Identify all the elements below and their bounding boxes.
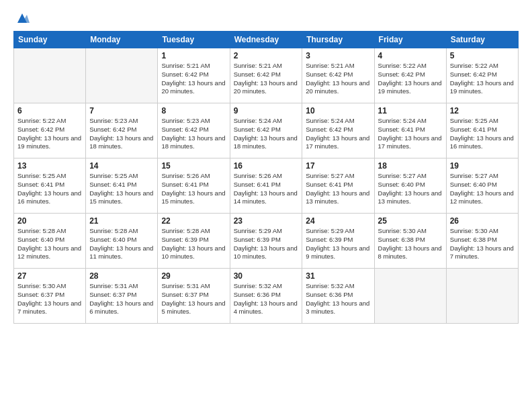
day-cell: 6Sunrise: 5:22 AM Sunset: 6:42 PM Daylig…	[14, 103, 86, 158]
day-cell: 11Sunrise: 5:24 AM Sunset: 6:41 PM Dayli…	[374, 103, 446, 158]
day-info: Sunrise: 5:28 AM Sunset: 6:39 PM Dayligh…	[161, 227, 226, 261]
week-row-5: 27Sunrise: 5:30 AM Sunset: 6:37 PM Dayli…	[14, 269, 519, 324]
day-info: Sunrise: 5:26 AM Sunset: 6:41 PM Dayligh…	[234, 172, 299, 206]
day-number: 20	[17, 216, 82, 226]
day-cell: 23Sunrise: 5:29 AM Sunset: 6:39 PM Dayli…	[230, 214, 302, 269]
week-row-1: 1Sunrise: 5:21 AM Sunset: 6:42 PM Daylig…	[14, 48, 519, 103]
day-number: 26	[450, 216, 515, 226]
day-number: 31	[306, 271, 370, 281]
day-cell: 9Sunrise: 5:24 AM Sunset: 6:42 PM Daylig…	[230, 103, 302, 158]
day-cell	[446, 269, 518, 324]
page: SundayMondayTuesdayWednesdayThursdayFrid…	[0, 0, 532, 411]
day-number: 8	[161, 106, 226, 116]
day-cell: 25Sunrise: 5:30 AM Sunset: 6:38 PM Dayli…	[374, 214, 446, 269]
day-number: 18	[378, 161, 443, 171]
day-cell	[86, 48, 158, 103]
day-info: Sunrise: 5:30 AM Sunset: 6:38 PM Dayligh…	[450, 227, 515, 261]
logo-icon	[15, 11, 30, 26]
day-number: 30	[234, 271, 299, 281]
day-number: 28	[89, 271, 154, 281]
calendar-table: SundayMondayTuesdayWednesdayThursdayFrid…	[13, 31, 519, 324]
day-info: Sunrise: 5:29 AM Sunset: 6:39 PM Dayligh…	[234, 227, 299, 261]
day-info: Sunrise: 5:25 AM Sunset: 6:41 PM Dayligh…	[89, 172, 154, 206]
day-info: Sunrise: 5:31 AM Sunset: 6:37 PM Dayligh…	[89, 282, 154, 316]
day-cell: 12Sunrise: 5:25 AM Sunset: 6:41 PM Dayli…	[446, 103, 518, 158]
week-row-4: 20Sunrise: 5:28 AM Sunset: 6:40 PM Dayli…	[14, 214, 519, 269]
day-number: 10	[306, 106, 370, 116]
day-info: Sunrise: 5:31 AM Sunset: 6:37 PM Dayligh…	[161, 282, 226, 316]
day-cell: 26Sunrise: 5:30 AM Sunset: 6:38 PM Dayli…	[446, 214, 518, 269]
day-cell: 24Sunrise: 5:29 AM Sunset: 6:39 PM Dayli…	[302, 214, 374, 269]
day-info: Sunrise: 5:23 AM Sunset: 6:42 PM Dayligh…	[161, 117, 226, 151]
day-cell: 10Sunrise: 5:24 AM Sunset: 6:42 PM Dayli…	[302, 103, 374, 158]
col-header-tuesday: Tuesday	[158, 32, 230, 48]
day-number: 14	[89, 161, 154, 171]
day-cell	[14, 48, 86, 103]
day-number: 17	[306, 161, 370, 171]
day-cell: 4Sunrise: 5:22 AM Sunset: 6:42 PM Daylig…	[374, 48, 446, 103]
day-cell: 22Sunrise: 5:28 AM Sunset: 6:39 PM Dayli…	[158, 214, 230, 269]
day-number: 6	[17, 106, 82, 116]
day-cell: 1Sunrise: 5:21 AM Sunset: 6:42 PM Daylig…	[158, 48, 230, 103]
day-cell: 2Sunrise: 5:21 AM Sunset: 6:42 PM Daylig…	[230, 48, 302, 103]
day-info: Sunrise: 5:28 AM Sunset: 6:40 PM Dayligh…	[89, 227, 154, 261]
day-number: 29	[161, 271, 226, 281]
day-cell: 7Sunrise: 5:23 AM Sunset: 6:42 PM Daylig…	[86, 103, 158, 158]
day-info: Sunrise: 5:21 AM Sunset: 6:42 PM Dayligh…	[306, 62, 370, 96]
day-info: Sunrise: 5:27 AM Sunset: 6:40 PM Dayligh…	[450, 172, 515, 206]
day-cell: 19Sunrise: 5:27 AM Sunset: 6:40 PM Dayli…	[446, 158, 518, 214]
day-cell: 17Sunrise: 5:27 AM Sunset: 6:41 PM Dayli…	[302, 158, 374, 214]
day-info: Sunrise: 5:27 AM Sunset: 6:41 PM Dayligh…	[306, 172, 370, 206]
day-number: 27	[17, 271, 82, 281]
col-header-saturday: Saturday	[446, 32, 518, 48]
day-number: 19	[450, 161, 515, 171]
day-number: 15	[161, 161, 226, 171]
day-info: Sunrise: 5:26 AM Sunset: 6:41 PM Dayligh…	[161, 172, 226, 206]
day-info: Sunrise: 5:30 AM Sunset: 6:38 PM Dayligh…	[378, 227, 443, 261]
day-info: Sunrise: 5:24 AM Sunset: 6:42 PM Dayligh…	[234, 117, 299, 151]
day-cell: 29Sunrise: 5:31 AM Sunset: 6:37 PM Dayli…	[158, 269, 230, 324]
week-row-3: 13Sunrise: 5:25 AM Sunset: 6:41 PM Dayli…	[14, 158, 519, 214]
day-number: 22	[161, 216, 226, 226]
col-header-friday: Friday	[374, 32, 446, 48]
day-number: 4	[378, 51, 443, 60]
day-info: Sunrise: 5:21 AM Sunset: 6:42 PM Dayligh…	[161, 62, 226, 96]
day-cell: 14Sunrise: 5:25 AM Sunset: 6:41 PM Dayli…	[86, 158, 158, 214]
day-number: 16	[234, 161, 299, 171]
day-info: Sunrise: 5:23 AM Sunset: 6:42 PM Dayligh…	[89, 117, 154, 151]
day-info: Sunrise: 5:30 AM Sunset: 6:37 PM Dayligh…	[17, 282, 82, 316]
day-info: Sunrise: 5:24 AM Sunset: 6:42 PM Dayligh…	[306, 117, 370, 151]
day-number: 21	[89, 216, 154, 226]
day-info: Sunrise: 5:28 AM Sunset: 6:40 PM Dayligh…	[17, 227, 82, 261]
day-cell: 28Sunrise: 5:31 AM Sunset: 6:37 PM Dayli…	[86, 269, 158, 324]
day-cell	[374, 269, 446, 324]
col-header-thursday: Thursday	[302, 32, 374, 48]
day-cell: 21Sunrise: 5:28 AM Sunset: 6:40 PM Dayli…	[86, 214, 158, 269]
day-cell: 13Sunrise: 5:25 AM Sunset: 6:41 PM Dayli…	[14, 158, 86, 214]
day-cell: 18Sunrise: 5:27 AM Sunset: 6:40 PM Dayli…	[374, 158, 446, 214]
day-info: Sunrise: 5:21 AM Sunset: 6:42 PM Dayligh…	[234, 62, 299, 96]
day-info: Sunrise: 5:25 AM Sunset: 6:41 PM Dayligh…	[450, 117, 515, 151]
day-number: 1	[161, 51, 226, 60]
header-row: SundayMondayTuesdayWednesdayThursdayFrid…	[14, 32, 519, 48]
day-info: Sunrise: 5:22 AM Sunset: 6:42 PM Dayligh…	[450, 62, 515, 96]
day-cell: 5Sunrise: 5:22 AM Sunset: 6:42 PM Daylig…	[446, 48, 518, 103]
day-cell: 31Sunrise: 5:32 AM Sunset: 6:36 PM Dayli…	[302, 269, 374, 324]
day-number: 24	[306, 216, 370, 226]
day-number: 25	[378, 216, 443, 226]
day-info: Sunrise: 5:32 AM Sunset: 6:36 PM Dayligh…	[234, 282, 299, 316]
day-cell: 30Sunrise: 5:32 AM Sunset: 6:36 PM Dayli…	[230, 269, 302, 324]
col-header-sunday: Sunday	[14, 32, 86, 48]
logo	[13, 12, 30, 24]
day-number: 5	[450, 51, 515, 60]
day-info: Sunrise: 5:25 AM Sunset: 6:41 PM Dayligh…	[17, 172, 82, 206]
day-number: 3	[306, 51, 370, 60]
day-number: 23	[234, 216, 299, 226]
day-cell: 3Sunrise: 5:21 AM Sunset: 6:42 PM Daylig…	[302, 48, 374, 103]
day-number: 12	[450, 106, 515, 116]
day-number: 7	[89, 106, 154, 116]
day-cell: 20Sunrise: 5:28 AM Sunset: 6:40 PM Dayli…	[14, 214, 86, 269]
week-row-2: 6Sunrise: 5:22 AM Sunset: 6:42 PM Daylig…	[14, 103, 519, 158]
col-header-wednesday: Wednesday	[230, 32, 302, 48]
day-info: Sunrise: 5:32 AM Sunset: 6:36 PM Dayligh…	[306, 282, 370, 316]
